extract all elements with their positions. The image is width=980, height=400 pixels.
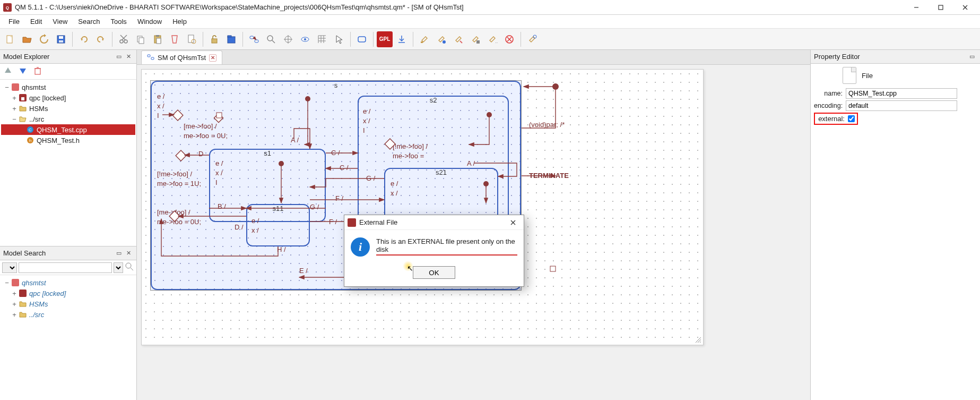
svg-text:C: C xyxy=(29,127,32,132)
search-close-icon[interactable]: ✕ xyxy=(124,249,133,258)
property-pin-icon[interactable]: ▭ xyxy=(967,52,977,62)
clean-icon[interactable] xyxy=(167,31,183,47)
svg-rect-36 xyxy=(421,41,423,43)
build3-icon[interactable] xyxy=(450,31,466,47)
search-row-src[interactable]: + ../src xyxy=(1,309,135,320)
text: x / xyxy=(363,117,370,125)
text: (void)par; /* xyxy=(529,121,565,129)
menu-edit[interactable]: Edit xyxy=(25,16,47,27)
build-icon[interactable] xyxy=(417,31,432,47)
tree-root[interactable]: − qhsmtst xyxy=(1,82,135,92)
zoom-fit-icon[interactable] xyxy=(280,31,296,47)
refresh-icon[interactable] xyxy=(36,31,52,47)
prop-name-label: name: xyxy=(814,90,846,97)
tree-label: HSMs xyxy=(29,105,48,113)
menu-file[interactable]: File xyxy=(3,16,25,27)
model-icon xyxy=(11,83,20,91)
explorer-close-icon[interactable]: ✕ xyxy=(124,52,133,62)
prop-name-input[interactable] xyxy=(846,88,957,99)
undo-icon[interactable] xyxy=(76,31,92,47)
dialog-app-icon xyxy=(348,218,356,227)
cancel-build-icon[interactable] xyxy=(501,31,517,47)
explorer-pin-icon[interactable]: ▭ xyxy=(114,52,124,62)
paste-icon[interactable] xyxy=(150,31,166,47)
move-down-icon[interactable] xyxy=(18,66,28,77)
prop-external-highlight: external: xyxy=(814,113,858,125)
menu-tools[interactable]: Tools xyxy=(106,16,132,27)
birdseye-icon[interactable] xyxy=(297,31,313,47)
tab-icon xyxy=(147,53,154,62)
search-pin-icon[interactable]: ▭ xyxy=(114,249,124,258)
move-up-icon[interactable] xyxy=(3,66,13,77)
canvas-resize-handle[interactable] xyxy=(695,336,702,344)
state-s21-label: s21 xyxy=(432,168,450,177)
folder-icon xyxy=(18,104,28,113)
build5-icon[interactable]: … xyxy=(484,31,500,47)
pointer-icon[interactable] xyxy=(331,31,347,47)
grid-icon[interactable] xyxy=(314,31,330,47)
gpl-icon[interactable]: GPL xyxy=(377,31,393,47)
text: I xyxy=(363,126,365,134)
text: me->foo = xyxy=(393,152,424,160)
text: E / xyxy=(299,267,308,275)
info-icon: i xyxy=(351,237,370,257)
dialog-close-icon[interactable] xyxy=(506,216,521,229)
redo-icon[interactable] xyxy=(93,31,109,47)
tree-item-qpc[interactable]: + qpc [locked] xyxy=(1,92,135,103)
search-history-select[interactable] xyxy=(114,262,123,273)
svg-rect-23 xyxy=(228,36,231,37)
prop-external-checkbox[interactable] xyxy=(848,115,855,122)
search-input[interactable] xyxy=(19,262,112,273)
dialog-ok-button[interactable]: OK xyxy=(413,266,455,279)
svg-point-33 xyxy=(304,38,306,40)
search-row-root[interactable]: − qhsmtst xyxy=(1,277,135,288)
tree-item-hsms[interactable]: + HSMs xyxy=(1,103,135,114)
close-button[interactable] xyxy=(953,2,977,13)
state-tool-icon[interactable] xyxy=(354,31,370,47)
diagram-canvas[interactable]: s e / x / I [me->foo] / me->foo = 0U; s1… xyxy=(141,69,704,345)
build4-icon[interactable] xyxy=(467,31,483,47)
tree-item-h[interactable]: h QHSM_Test.h xyxy=(1,135,135,146)
build2-icon[interactable] xyxy=(433,31,449,47)
diagram-canvas-wrap[interactable]: s e / x / I [me->foo] / me->foo = 0U; s1… xyxy=(137,65,810,400)
search-row-hsms[interactable]: + HSMs xyxy=(1,299,135,309)
main-toolbar: GPL … xyxy=(0,29,980,50)
save-icon[interactable] xyxy=(53,31,69,47)
search-row-qpc[interactable]: + qpc [locked] xyxy=(1,288,135,299)
copy-icon[interactable] xyxy=(133,31,149,47)
tab-sm[interactable]: SM of QHsmTst ✕ xyxy=(141,50,222,64)
unlock-icon[interactable] xyxy=(206,31,222,47)
cut-icon[interactable] xyxy=(116,31,132,47)
text: [!me->foo] / xyxy=(393,142,428,150)
maximize-button[interactable] xyxy=(929,2,952,13)
svg-rect-17 xyxy=(156,35,159,37)
tool-config-icon[interactable] xyxy=(524,31,540,47)
menu-view[interactable]: View xyxy=(47,16,73,27)
text: e / xyxy=(215,159,223,167)
text: e / xyxy=(251,217,259,225)
search-go-icon[interactable] xyxy=(125,262,134,273)
svg-rect-8 xyxy=(59,36,63,39)
menu-search[interactable]: Search xyxy=(73,16,105,27)
prop-encoding-input[interactable] xyxy=(846,100,957,111)
dialog-title: External File xyxy=(359,218,506,226)
search-results[interactable]: − qhsmtst + qpc [locked] + HSMs + xyxy=(0,275,136,400)
open-icon[interactable] xyxy=(19,31,35,47)
delete-icon[interactable] xyxy=(33,66,42,77)
statechart-tool-icon[interactable] xyxy=(246,31,262,47)
package-icon[interactable] xyxy=(223,31,239,47)
tree-label: qpc [locked] xyxy=(29,94,66,102)
new-model-icon[interactable] xyxy=(2,31,18,47)
tab-close-icon[interactable]: ✕ xyxy=(209,54,216,62)
tree-item-cpp[interactable]: C QHSM_Test.cpp xyxy=(1,124,135,135)
menu-window[interactable]: Window xyxy=(132,16,167,27)
explorer-tree[interactable]: − qhsmtst + qpc [locked] + HSMs − ../src… xyxy=(0,80,136,246)
menu-help[interactable]: Help xyxy=(167,16,192,27)
tree-item-src[interactable]: − ../src xyxy=(1,114,135,124)
zoom-icon[interactable] xyxy=(263,31,279,47)
doc-settings-icon[interactable] xyxy=(184,31,200,47)
download-icon[interactable] xyxy=(394,31,410,47)
minimize-button[interactable] xyxy=(905,2,928,13)
file-icon xyxy=(843,67,856,84)
search-scope-select[interactable] xyxy=(2,262,17,273)
